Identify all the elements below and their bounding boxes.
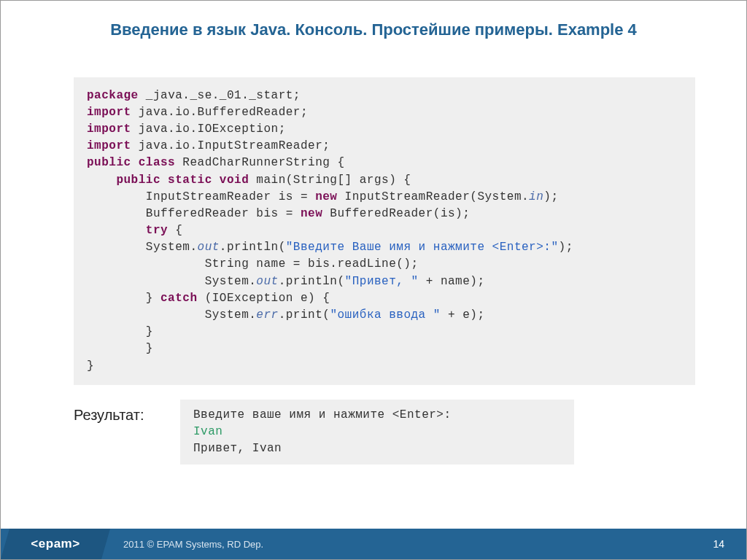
code-line: try { <box>87 222 682 239</box>
page-number: 14 <box>713 538 733 550</box>
code-line: System.out.println("Введите Ваше имя и н… <box>87 239 682 256</box>
code-line: System.err.print("ошибка ввода " + e); <box>87 307 682 324</box>
code-line: import java.io.IOException; <box>87 121 682 138</box>
result-label: Результат: <box>74 400 169 424</box>
code-line: public static void main(String[] args) { <box>87 172 682 189</box>
code-line: } <box>87 341 682 357</box>
code-line: import java.io.BufferedReader; <box>87 104 682 121</box>
code-block: package _java._se._01._start;import java… <box>74 77 695 385</box>
slide-content: package _java._se._01._start;import java… <box>1 48 746 529</box>
footer-bar: <epam> 2011 © EPAM Systems, RD Dep. 14 <box>1 529 746 559</box>
code-line: } catch (IOException e) { <box>87 290 682 307</box>
code-line: BufferedReader bis = new BufferedReader(… <box>87 206 682 222</box>
slide-title: Введение в язык Java. Консоль. Простейши… <box>1 1 746 48</box>
code-line: } <box>87 324 682 341</box>
code-line: } <box>87 358 682 375</box>
code-line: String name = bis.readLine(); <box>87 256 682 273</box>
output-line: Привет, Ivan <box>193 440 561 457</box>
slide: Введение в язык Java. Консоль. Простейши… <box>0 0 747 560</box>
code-line: System.out.println("Привет, " + name); <box>87 273 682 290</box>
result-row: Результат: Введите ваше имя и нажмите <E… <box>74 400 695 465</box>
copyright-text: 2011 © EPAM Systems, RD Dep. <box>123 539 263 550</box>
output-line: Ivan <box>193 424 561 440</box>
code-line: public class ReadCharRunnerString { <box>87 155 682 171</box>
output-line: Введите ваше имя и нажмите <Enter>: <box>193 407 561 424</box>
code-line: InputStreamReader is = new InputStreamRe… <box>87 189 682 206</box>
epam-logo: <epam> <box>1 529 110 559</box>
output-block: Введите ваше имя и нажмите <Enter>:IvanП… <box>180 400 574 465</box>
code-line: import java.io.InputStreamReader; <box>87 138 682 155</box>
code-line: package _java._se._01._start; <box>87 88 682 104</box>
